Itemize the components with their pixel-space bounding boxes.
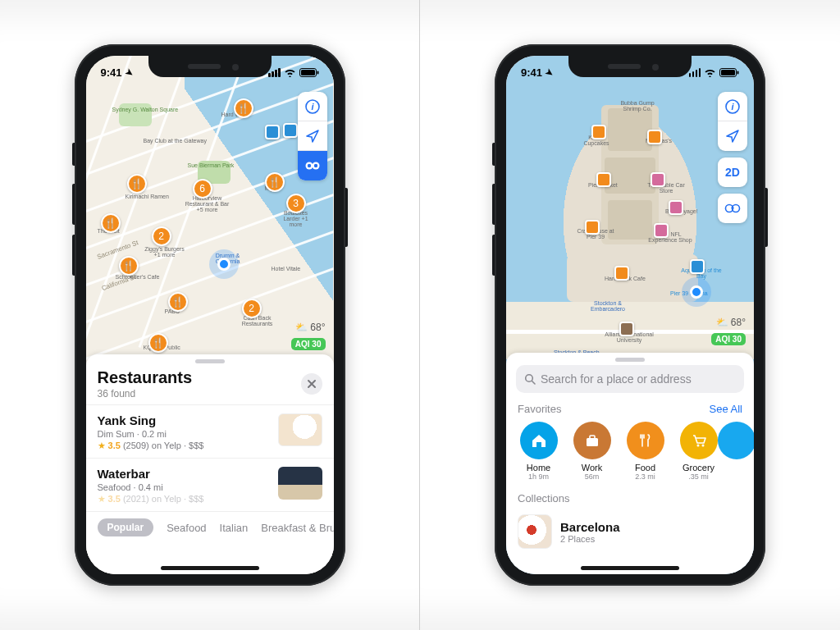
recenter-button[interactable] [298, 121, 327, 151]
lookaround-button[interactable] [718, 194, 747, 223]
recenter-button[interactable] [718, 121, 747, 151]
see-all-link[interactable]: See All [710, 403, 742, 415]
weather-icon: ⛅ [295, 322, 308, 333]
aqi-badge: AQI 30 [711, 333, 746, 345]
home-indicator[interactable] [161, 566, 259, 570]
result-thumbnail [278, 413, 322, 446]
right-pane: 9:41 ➤ [420, 0, 840, 630]
filter-option[interactable]: Breakfast & Brun [261, 522, 333, 534]
map-controls: i [718, 92, 747, 151]
map-pin[interactable] [614, 266, 629, 281]
info-button[interactable]: i [298, 92, 327, 121]
map-pin[interactable] [591, 125, 606, 139]
map-pin[interactable]: 🍴 [119, 256, 139, 276]
weather-badge: ⛅ 68° [295, 322, 325, 333]
toggle-2d-button[interactable]: 2D [718, 158, 747, 187]
map-2d-control: 2D [718, 158, 747, 187]
svg-rect-1 [301, 70, 315, 75]
result-meta: Seafood · 0.4 mi [98, 482, 270, 492]
search-input[interactable]: Search for a place or address [516, 365, 744, 393]
filter-bar: Popular Seafood Italian Breakfast & Brun [86, 511, 334, 548]
phone-frame-left: 9:41 ➤ [75, 44, 345, 586]
search-card[interactable]: Search for a place or address Favorites … [506, 353, 754, 574]
collections-title: Collections [518, 492, 570, 504]
map-pin[interactable]: 🍴 [101, 213, 121, 233]
wifi-icon [704, 68, 716, 77]
favorite-home[interactable]: Home 1h 9m [518, 422, 559, 481]
svg-rect-11 [721, 70, 735, 75]
user-location-dot [690, 285, 703, 299]
results-title: Restaurants [98, 368, 193, 387]
star-icon: ★ [98, 441, 106, 450]
collection-item[interactable]: Barcelona 2 Places [506, 509, 754, 564]
svg-rect-7 [311, 165, 313, 167]
park-label: Sydney G. Walton Square [112, 107, 179, 112]
result-meta: Dim Sum · 0.2 mi [98, 429, 270, 439]
map-pin[interactable] [651, 172, 665, 187]
result-item[interactable]: Waterbar Seafood · 0.4 mi ★ 3.5 (2021) o… [86, 458, 334, 511]
info-button[interactable]: i [718, 92, 747, 121]
park-label-2: Sue Bierman Park [188, 162, 235, 168]
map-pin[interactable]: 🍴 [234, 98, 253, 118]
collection-name: Barcelona [560, 520, 620, 534]
map-pin-cluster[interactable]: 2 [152, 226, 171, 246]
fork-knife-icon [637, 431, 655, 450]
map-controls: i [298, 92, 327, 180]
location-icon: ➤ [123, 66, 135, 79]
map-pin[interactable] [690, 259, 705, 274]
svg-rect-21 [590, 436, 595, 439]
close-button[interactable] [301, 373, 322, 395]
left-pane: 9:41 ➤ [0, 0, 420, 630]
map-pin[interactable]: 🍴 [168, 292, 188, 312]
battery-icon [299, 68, 319, 77]
map-pin-cluster[interactable]: 2 [242, 299, 262, 318]
filter-option[interactable]: Seafood [167, 522, 206, 534]
home-indicator[interactable] [581, 566, 679, 570]
result-name: Yank Sing [98, 413, 270, 427]
status-time: 9:41 [521, 66, 542, 79]
map-pin[interactable]: 🍴 [127, 174, 147, 194]
svg-point-8 [307, 164, 310, 167]
map-pin[interactable] [585, 220, 600, 235]
svg-point-22 [696, 445, 699, 447]
map-pin[interactable] [669, 200, 683, 215]
location-icon: ➤ [543, 66, 555, 79]
favorite-grocery[interactable]: Grocery .35 mi [678, 422, 719, 481]
map-pin-cluster[interactable]: 6 [193, 179, 212, 199]
wifi-icon [284, 68, 296, 77]
filter-popular[interactable]: Popular [98, 518, 154, 536]
map-pin[interactable]: 🍴 [265, 172, 285, 192]
cart-icon [690, 431, 708, 450]
collection-sub: 2 Places [560, 534, 620, 544]
favorites-row[interactable]: Home 1h 9m Work 56m [506, 420, 754, 486]
home-icon [530, 431, 548, 450]
map-pin[interactable] [654, 223, 669, 238]
map-pin[interactable] [265, 125, 280, 139]
result-item[interactable]: Yank Sing Dim Sum · 0.2 mi ★ 3.5 (2509) … [86, 404, 334, 458]
filter-option[interactable]: Italian [220, 522, 249, 534]
lookaround-button[interactable] [298, 151, 327, 180]
map-pin[interactable] [283, 123, 298, 138]
map-pin-cluster[interactable]: 3 [286, 194, 306, 213]
card-grabber[interactable] [195, 359, 225, 363]
battery-icon [719, 68, 739, 77]
svg-rect-2 [317, 71, 318, 74]
map-pin[interactable]: 🍴 [148, 333, 168, 353]
favorite-food[interactable]: Food 2.3 mi [624, 422, 666, 481]
favorite-more[interactable] [731, 422, 742, 481]
results-count: 36 found [98, 388, 193, 399]
result-thumbnail [278, 467, 322, 500]
search-placeholder: Search for a place or address [541, 372, 692, 386]
favorite-work[interactable]: Work 56m [571, 422, 613, 481]
star-icon: ★ [98, 494, 106, 504]
map-pin[interactable] [619, 322, 634, 336]
weather-badge: ⛅ 68° [716, 317, 746, 328]
favorites-title: Favorites [518, 403, 561, 415]
map-pin[interactable] [596, 172, 611, 187]
collection-thumbnail [518, 514, 552, 549]
svg-point-9 [313, 164, 317, 167]
svg-point-23 [701, 445, 704, 447]
results-card[interactable]: Restaurants 36 found Yank Sing Dim Sum ·… [86, 354, 334, 574]
map-pin[interactable] [647, 130, 662, 144]
card-grabber[interactable] [615, 358, 645, 362]
